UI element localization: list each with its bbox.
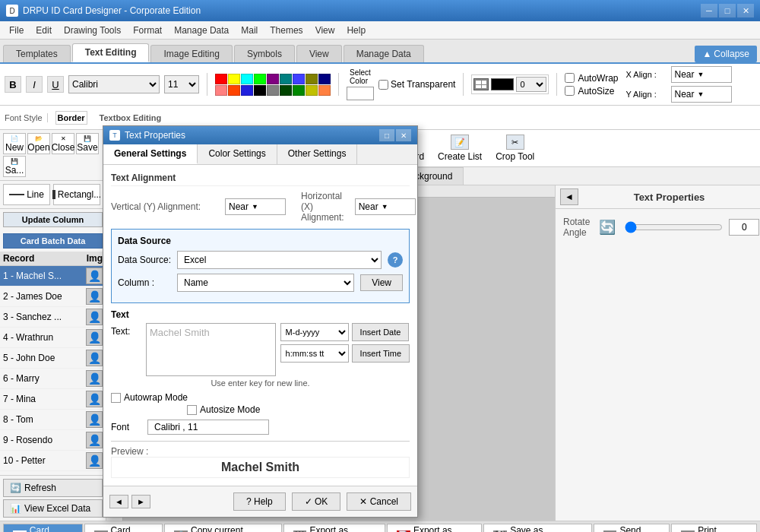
save-button[interactable]: 💾 Save xyxy=(76,133,99,154)
restore-button[interactable]: □ xyxy=(719,4,736,17)
dialog-tab-color[interactable]: Color Settings xyxy=(198,144,277,164)
ds-source-select[interactable]: Excel xyxy=(177,251,382,269)
tab-manage-data[interactable]: Manage Data xyxy=(344,45,424,62)
menu-themes[interactable]: Themes xyxy=(264,24,309,37)
create-list-button[interactable]: 📝 Create List xyxy=(432,132,487,164)
tab-export-pdf[interactable]: 📄 Export as PDF xyxy=(387,524,482,532)
color-peach[interactable] xyxy=(318,85,331,96)
insert-date-button[interactable]: Insert Date xyxy=(352,323,410,341)
transparent-cb[interactable] xyxy=(378,80,388,90)
saveas-button[interactable]: 💾 Sa... xyxy=(3,156,26,177)
help-button[interactable]: ? Help xyxy=(233,492,286,511)
collapse-button[interactable]: ▲ Collapse xyxy=(695,46,757,62)
underline-button[interactable]: U xyxy=(47,76,64,93)
grid-icon-area[interactable]: 0 xyxy=(471,74,549,94)
color-navy[interactable] xyxy=(318,74,331,84)
open-button[interactable]: 📂 Open xyxy=(27,133,50,154)
new-button[interactable]: 📄 New xyxy=(3,133,26,154)
color-green[interactable] xyxy=(254,74,266,84)
menu-drawing-tools[interactable]: Drawing Tools xyxy=(58,24,127,37)
cancel-button[interactable]: ✕ Cancel xyxy=(347,492,411,511)
page-prev-button[interactable]: ◄ xyxy=(109,495,128,508)
select-color-button[interactable]: SelectColor xyxy=(347,68,374,100)
x-align-select[interactable]: Near ▼ xyxy=(671,66,732,83)
ds-column-select[interactable]: Name xyxy=(177,274,354,292)
color-blue[interactable] xyxy=(293,74,305,84)
tab-symbols[interactable]: Symbols xyxy=(234,45,295,62)
tab-copy-design[interactable]: 📋 Copy current design xyxy=(164,524,281,532)
color-purple[interactable] xyxy=(267,74,279,84)
tab-save-template[interactable]: 💾 Save as Template xyxy=(483,524,591,532)
color-darkgreen[interactable] xyxy=(280,85,292,96)
dialog-tab-other[interactable]: Other Settings xyxy=(277,144,358,164)
date-format-select[interactable]: M-d-yyyy xyxy=(280,323,349,341)
color-gray[interactable] xyxy=(267,85,279,96)
props-back-button[interactable]: ◄ xyxy=(560,188,578,205)
crop-tool-button[interactable]: ✂ Crop Tool xyxy=(490,132,540,164)
record-item-10[interactable]: 10 - Petter 👤 xyxy=(0,451,106,471)
record-item-3[interactable]: 3 - Sanchez ... 👤 xyxy=(0,307,106,328)
rotate-slider[interactable] xyxy=(625,221,723,233)
close-tool-button[interactable]: ✕ Close xyxy=(52,133,74,154)
record-item-4[interactable]: 4 - Wrathrun 👤 xyxy=(0,328,106,348)
tab-view[interactable]: View xyxy=(296,45,342,62)
tab-templates[interactable]: Templates xyxy=(3,45,71,62)
color-medgreen[interactable] xyxy=(293,85,305,96)
record-item-7[interactable]: 7 - Mina 👤 xyxy=(0,389,106,410)
record-item-1[interactable]: 1 - Machel S... 👤 xyxy=(0,266,106,287)
border-width-select[interactable]: 0 xyxy=(516,77,546,92)
color-darkblue[interactable] xyxy=(241,85,253,96)
vertical-align-select[interactable]: Near ▼ xyxy=(225,198,286,215)
dialog-tab-general[interactable]: General Settings xyxy=(103,144,198,164)
page-next-button[interactable]: ► xyxy=(131,495,150,508)
ds-view-button[interactable]: View xyxy=(360,274,403,291)
bold-button[interactable]: B xyxy=(5,76,21,93)
color-gold[interactable] xyxy=(306,85,318,96)
dialog-maximize-button[interactable]: □ xyxy=(379,129,394,141)
color-olive[interactable] xyxy=(306,74,318,84)
refresh-button[interactable]: 🔄 Refresh xyxy=(3,479,103,497)
menu-mail[interactable]: Mail xyxy=(235,24,264,37)
insert-time-button[interactable]: Insert Time xyxy=(352,344,410,363)
menu-help[interactable]: Help xyxy=(340,24,372,37)
italic-button[interactable]: I xyxy=(26,76,43,93)
card-batch-button[interactable]: Card Batch Data xyxy=(3,233,103,249)
menu-manage-data[interactable]: Manage Data xyxy=(168,24,235,37)
menu-view[interactable]: View xyxy=(309,24,341,37)
ds-help-button[interactable]: ? xyxy=(388,252,403,268)
record-item-6[interactable]: 6 - Marry 👤 xyxy=(0,369,106,389)
update-column-button[interactable]: Update Column xyxy=(3,212,103,227)
autosize-mode-cb[interactable] xyxy=(187,405,197,415)
tab-export-image[interactable]: 🖼 Export as Image xyxy=(283,524,386,532)
menu-file[interactable]: File xyxy=(3,24,30,37)
color-red[interactable] xyxy=(215,74,227,84)
record-item-2[interactable]: 2 - James Doe 👤 xyxy=(0,287,106,307)
close-button[interactable]: ✕ xyxy=(737,4,754,17)
color-teal[interactable] xyxy=(280,74,292,84)
color-pink[interactable] xyxy=(215,85,227,96)
tab-image-editing[interactable]: Image Editing xyxy=(150,45,232,62)
color-cyan[interactable] xyxy=(241,74,253,84)
color-black[interactable] xyxy=(254,85,266,96)
autowrap-mode-cb[interactable] xyxy=(111,393,121,403)
text-input[interactable]: Machel Smith xyxy=(146,323,276,376)
record-item-5[interactable]: 5 - John Doe 👤 xyxy=(0,348,106,369)
view-excel-button[interactable]: 📊 View Excel Data xyxy=(3,499,103,518)
tab-card-front[interactable]: Card Front xyxy=(3,524,83,532)
dialog-close-button[interactable]: ✕ xyxy=(396,129,411,141)
rectangle-tool-button[interactable]: Rectangl... xyxy=(53,184,100,205)
autosize-checkbox[interactable] xyxy=(565,86,575,96)
font-size-select[interactable]: 11 xyxy=(164,75,199,93)
record-item-9[interactable]: 9 - Rosendo 👤 xyxy=(0,430,106,451)
ok-button[interactable]: ✓ OK xyxy=(292,492,341,511)
color-yellow[interactable] xyxy=(228,74,240,84)
line-tool-button[interactable]: Line xyxy=(3,184,50,205)
y-align-select[interactable]: Near ▼ xyxy=(671,86,732,103)
horizontal-align-select[interactable]: Near ▼ xyxy=(355,198,416,215)
record-item-8[interactable]: 8 - Tom 👤 xyxy=(0,410,106,430)
tab-card-back[interactable]: Card Back xyxy=(84,524,163,532)
autowrap-checkbox[interactable] xyxy=(565,73,575,83)
tab-text-editing[interactable]: Text Editing xyxy=(72,43,150,62)
menu-edit[interactable]: Edit xyxy=(30,24,58,37)
color-orange[interactable] xyxy=(228,85,240,96)
